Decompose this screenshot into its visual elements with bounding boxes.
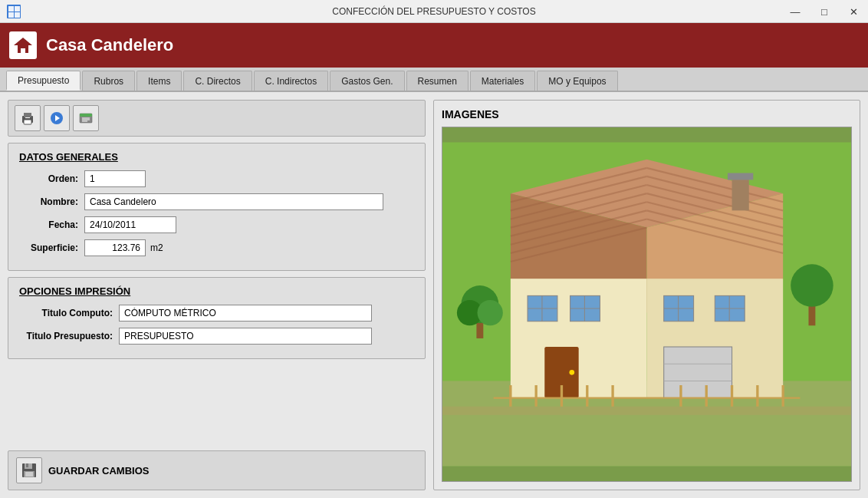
titulo-computo-row: Titulo Computo: <box>19 305 414 322</box>
fecha-label: Fecha: <box>19 219 84 230</box>
titulo-computo-input[interactable] <box>119 305 372 322</box>
images-title: IMAGENES <box>442 108 852 120</box>
minimize-button[interactable]: — <box>781 0 810 23</box>
svg-rect-2 <box>15 6 20 12</box>
save-label: GUARDAR CAMBIOS <box>48 465 149 477</box>
title-bar: CONFECCIÓN DEL PRESUPUESTO Y COSTOS — □ … <box>0 0 868 23</box>
svg-point-70 <box>478 300 503 325</box>
tab-c-indirectos[interactable]: C. Indirectos <box>254 71 328 91</box>
orden-label: Orden: <box>19 173 84 184</box>
print-button[interactable] <box>15 105 41 131</box>
svg-rect-47 <box>664 347 732 398</box>
save-area: GUARDAR CAMBIOS <box>8 450 426 490</box>
nombre-row: Nombre: <box>19 193 414 210</box>
save-button[interactable] <box>16 457 42 483</box>
titulo-presupuesto-input[interactable] <box>119 328 372 345</box>
tab-resumen[interactable]: Resumen <box>406 71 469 91</box>
export-button[interactable] <box>73 105 99 131</box>
opciones-title: OPCIONES IMPRESIÓN <box>19 285 414 297</box>
svg-rect-12 <box>25 117 30 118</box>
tab-rubros[interactable]: Rubros <box>82 71 135 91</box>
svg-rect-3 <box>8 12 14 18</box>
house-image <box>442 127 852 482</box>
tab-c-directos[interactable]: C. Directos <box>183 71 252 91</box>
window-controls: — □ ✕ <box>781 0 868 23</box>
datos-generales-panel: DATOS GENERALES Orden: Nombre: Fecha: Su… <box>8 143 426 271</box>
svg-rect-22 <box>26 463 28 467</box>
tabs-bar: Presupuesto Rubros Items C. Directos C. … <box>0 68 868 92</box>
fecha-row: Fecha: <box>19 216 414 233</box>
titulo-computo-label: Titulo Computo: <box>19 308 119 318</box>
toolbar <box>8 100 426 137</box>
orden-row: Orden: <box>19 170 414 187</box>
superficie-row: Superficie: m2 <box>19 239 414 256</box>
nombre-input[interactable] <box>84 193 383 210</box>
svg-rect-16 <box>80 114 92 117</box>
svg-rect-8 <box>21 48 25 53</box>
titulo-presupuesto-label: Titulo Presupuesto: <box>19 331 119 341</box>
svg-point-40 <box>569 370 574 375</box>
tab-gastos-gen[interactable]: Gastos Gen. <box>330 71 404 91</box>
svg-rect-66 <box>728 173 753 180</box>
titulo-presupuesto-row: Titulo Presupuesto: <box>19 328 414 345</box>
superficie-label: Superficie: <box>19 242 84 253</box>
close-button[interactable]: ✕ <box>839 0 868 23</box>
app-header: Casa Candelero <box>0 23 868 68</box>
main-content: DATOS GENERALES Orden: Nombre: Fecha: Su… <box>0 92 868 498</box>
nombre-label: Nombre: <box>19 196 84 207</box>
opciones-impresion-panel: OPCIONES IMPRESIÓN Titulo Computo: Titul… <box>8 277 426 359</box>
orden-input[interactable] <box>84 170 146 187</box>
superficie-input[interactable] <box>84 239 146 256</box>
maximize-button[interactable]: □ <box>810 0 839 23</box>
svg-rect-11 <box>24 120 31 124</box>
window-title: CONFECCIÓN DEL PRESUPUESTO Y COSTOS <box>332 6 535 17</box>
win-icon <box>6 4 21 19</box>
left-panel: DATOS GENERALES Orden: Nombre: Fecha: Su… <box>8 100 426 490</box>
svg-rect-1 <box>8 6 14 12</box>
svg-point-72 <box>791 264 833 307</box>
fecha-input[interactable] <box>84 216 176 233</box>
datos-generales-title: DATOS GENERALES <box>19 151 414 163</box>
svg-rect-65 <box>732 176 749 210</box>
app-logo <box>9 31 37 59</box>
svg-rect-27 <box>442 407 851 415</box>
app-title: Casa Candelero <box>46 35 173 55</box>
tab-mo-equipos[interactable]: MO y Equipos <box>537 71 617 91</box>
svg-rect-4 <box>15 12 20 18</box>
right-panel: IMAGENES <box>433 100 860 490</box>
superficie-unit: m2 <box>150 242 163 253</box>
next-button[interactable] <box>44 105 70 131</box>
tab-materiales[interactable]: Materiales <box>470 71 535 91</box>
svg-rect-24 <box>25 472 33 477</box>
tab-items[interactable]: Items <box>136 71 182 91</box>
tab-presupuesto[interactable]: Presupuesto <box>6 71 81 91</box>
svg-rect-10 <box>24 113 31 117</box>
